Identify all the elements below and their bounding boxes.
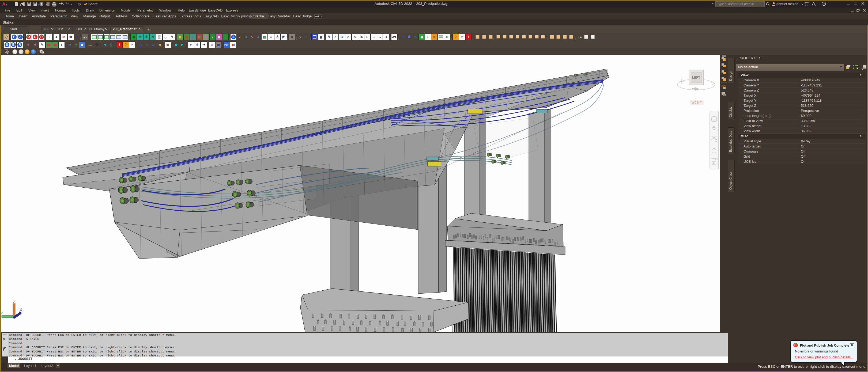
svg-text:LEFT: LEFT bbox=[692, 76, 701, 80]
svg-text:X: X bbox=[19, 307, 23, 313]
svg-text:WCS: WCS bbox=[691, 101, 699, 104]
svg-text:ABC: ABC bbox=[721, 85, 726, 87]
svg-text:Y: Y bbox=[1, 311, 3, 316]
svg-text:?: ? bbox=[823, 2, 825, 5]
svg-text:Z: Z bbox=[13, 299, 16, 304]
svg-text:+: + bbox=[849, 64, 850, 67]
